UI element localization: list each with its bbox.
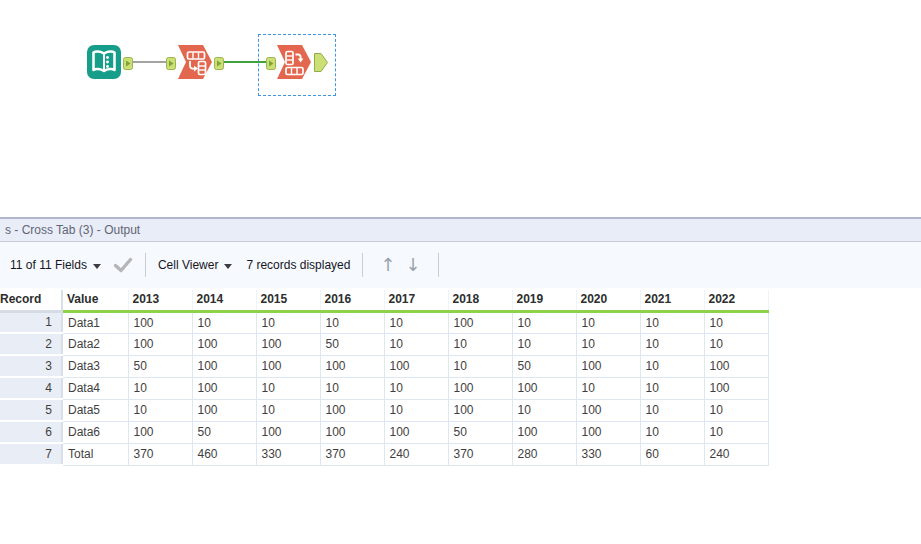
data-cell[interactable]: 10 — [256, 311, 320, 333]
cell-viewer-dropdown[interactable]: Cell Viewer — [158, 258, 232, 272]
record-number-cell[interactable]: 5 — [0, 399, 62, 421]
data-cell[interactable]: 10 — [128, 399, 192, 421]
value-cell[interactable]: Data5 — [62, 399, 128, 421]
data-cell[interactable]: 240 — [704, 443, 768, 465]
data-cell[interactable]: 10 — [128, 377, 192, 399]
record-number-cell[interactable]: 2 — [0, 333, 62, 355]
record-column-header[interactable]: Record — [0, 290, 62, 311]
value-cell[interactable]: Data3 — [62, 355, 128, 377]
column-header-2018[interactable]: 2018 — [448, 290, 512, 311]
fields-dropdown[interactable]: 11 of 11 Fields — [10, 258, 101, 272]
record-number-cell[interactable]: 7 — [0, 443, 62, 465]
data-cell[interactable]: 100 — [256, 333, 320, 355]
data-cell[interactable]: 100 — [384, 355, 448, 377]
value-cell[interactable]: Data4 — [62, 377, 128, 399]
connection-input-to-transpose[interactable] — [133, 61, 167, 63]
data-cell[interactable]: 100 — [320, 399, 384, 421]
tool-transpose[interactable] — [177, 44, 213, 80]
data-cell[interactable]: 100 — [256, 421, 320, 443]
column-header-2020[interactable]: 2020 — [576, 290, 640, 311]
data-cell[interactable]: 10 — [192, 311, 256, 333]
data-cell[interactable]: 330 — [256, 443, 320, 465]
data-cell[interactable]: 10 — [640, 355, 704, 377]
column-header-2021[interactable]: 2021 — [640, 290, 704, 311]
tool-input-data[interactable] — [86, 44, 122, 80]
data-cell[interactable]: 50 — [320, 333, 384, 355]
data-cell[interactable]: 50 — [448, 421, 512, 443]
output-anchor[interactable] — [214, 56, 224, 69]
data-cell[interactable]: 10 — [320, 377, 384, 399]
column-header-2013[interactable]: 2013 — [128, 290, 192, 311]
data-cell[interactable]: 10 — [640, 399, 704, 421]
column-header-2022[interactable]: 2022 — [704, 290, 768, 311]
data-cell[interactable]: 10 — [576, 333, 640, 355]
value-cell[interactable]: Data6 — [62, 421, 128, 443]
column-header-2017[interactable]: 2017 — [384, 290, 448, 311]
data-cell[interactable]: 100 — [256, 355, 320, 377]
data-cell[interactable]: 50 — [192, 421, 256, 443]
column-header-value[interactable]: Value — [62, 290, 128, 311]
data-cell[interactable]: 100 — [512, 421, 576, 443]
column-header-2014[interactable]: 2014 — [192, 290, 256, 311]
data-cell[interactable]: 100 — [192, 399, 256, 421]
input-anchor[interactable] — [266, 56, 276, 69]
data-cell[interactable]: 10 — [448, 355, 512, 377]
data-cell[interactable]: 100 — [576, 421, 640, 443]
data-cell[interactable]: 10 — [576, 377, 640, 399]
data-cell[interactable]: 10 — [704, 421, 768, 443]
data-cell[interactable]: 100 — [192, 333, 256, 355]
data-cell[interactable]: 240 — [384, 443, 448, 465]
data-cell[interactable]: 10 — [640, 421, 704, 443]
up-arrow-button[interactable]: ↑ — [375, 256, 400, 274]
output-anchor[interactable] — [314, 53, 328, 72]
data-cell[interactable]: 100 — [448, 377, 512, 399]
data-cell[interactable]: 100 — [448, 399, 512, 421]
data-cell[interactable]: 10 — [512, 399, 576, 421]
data-cell[interactable]: 100 — [128, 333, 192, 355]
tool-cross-tab[interactable] — [276, 44, 312, 80]
data-cell[interactable]: 100 — [448, 311, 512, 333]
data-cell[interactable]: 280 — [512, 443, 576, 465]
data-cell[interactable]: 50 — [128, 355, 192, 377]
data-cell[interactable]: 10 — [512, 333, 576, 355]
check-icon[interactable] — [113, 257, 133, 273]
data-cell[interactable]: 100 — [128, 421, 192, 443]
data-cell[interactable]: 50 — [512, 355, 576, 377]
data-cell[interactable]: 10 — [256, 399, 320, 421]
data-cell[interactable]: 10 — [384, 333, 448, 355]
record-number-cell[interactable]: 6 — [0, 421, 62, 443]
data-cell[interactable]: 10 — [640, 333, 704, 355]
data-cell[interactable]: 10 — [256, 377, 320, 399]
value-cell[interactable]: Total — [62, 443, 128, 465]
data-cell[interactable]: 10 — [320, 311, 384, 333]
data-cell[interactable]: 10 — [640, 311, 704, 333]
workflow-canvas[interactable] — [0, 0, 921, 217]
column-header-2019[interactable]: 2019 — [512, 290, 576, 311]
down-arrow-button[interactable]: ↓ — [401, 256, 426, 274]
data-cell[interactable]: 100 — [576, 355, 640, 377]
data-cell[interactable]: 10 — [640, 377, 704, 399]
value-cell[interactable]: Data2 — [62, 333, 128, 355]
data-cell[interactable]: 10 — [704, 333, 768, 355]
data-cell[interactable]: 370 — [320, 443, 384, 465]
data-cell[interactable]: 100 — [192, 377, 256, 399]
data-cell[interactable]: 100 — [192, 355, 256, 377]
value-cell[interactable]: Data1 — [62, 311, 128, 333]
data-cell[interactable]: 100 — [704, 355, 768, 377]
data-cell[interactable]: 330 — [576, 443, 640, 465]
data-cell[interactable]: 100 — [384, 421, 448, 443]
column-header-2016[interactable]: 2016 — [320, 290, 384, 311]
data-cell[interactable]: 370 — [448, 443, 512, 465]
record-number-cell[interactable]: 3 — [0, 355, 62, 377]
data-cell[interactable]: 10 — [512, 311, 576, 333]
data-cell[interactable]: 460 — [192, 443, 256, 465]
data-cell[interactable]: 10 — [384, 377, 448, 399]
input-anchor[interactable] — [166, 56, 176, 69]
data-cell[interactable]: 60 — [640, 443, 704, 465]
data-cell[interactable]: 10 — [576, 311, 640, 333]
record-number-cell[interactable]: 4 — [0, 377, 62, 399]
output-anchor[interactable] — [123, 56, 133, 69]
data-cell[interactable]: 100 — [704, 377, 768, 399]
data-cell[interactable]: 100 — [512, 377, 576, 399]
data-cell[interactable]: 10 — [384, 399, 448, 421]
